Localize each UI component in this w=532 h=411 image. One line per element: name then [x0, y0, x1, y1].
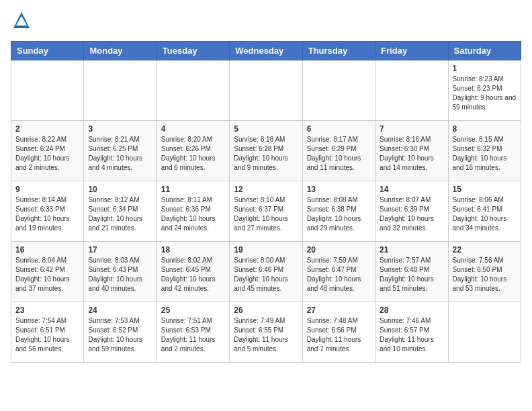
day-info: Sunrise: 8:22 AMSunset: 6:24 PMDaylight:…	[15, 136, 70, 171]
logo-icon	[12, 11, 31, 30]
day-info: Sunrise: 8:08 AMSunset: 6:38 PMDaylight:…	[307, 196, 361, 232]
day-info: Sunrise: 7:51 AMSunset: 6:53 PMDaylight:…	[161, 317, 216, 353]
day-cell-25: 25 Sunrise: 7:51 AMSunset: 6:53 PMDaylig…	[157, 302, 229, 363]
day-cell-13: 13 Sunrise: 8:08 AMSunset: 6:38 PMDaylig…	[302, 181, 375, 242]
day-cell-20: 20 Sunrise: 7:59 AMSunset: 6:47 PMDaylig…	[302, 242, 375, 302]
weekday-header-sunday: Sunday	[11, 42, 84, 60]
day-info: Sunrise: 7:56 AMSunset: 6:50 PMDaylight:…	[453, 257, 507, 292]
day-number: 9	[15, 185, 79, 194]
weekday-header-friday: Friday	[375, 42, 448, 60]
day-info: Sunrise: 8:21 AMSunset: 6:25 PMDaylight:…	[88, 136, 142, 171]
day-info: Sunrise: 7:59 AMSunset: 6:47 PMDaylight:…	[307, 257, 361, 292]
day-number: 14	[380, 185, 443, 194]
day-number: 16	[15, 245, 79, 255]
day-cell-19: 19 Sunrise: 8:00 AMSunset: 6:46 PMDaylig…	[230, 242, 302, 302]
empty-cell	[84, 60, 157, 121]
day-cell-17: 17 Sunrise: 8:03 AMSunset: 6:43 PMDaylig…	[84, 242, 157, 302]
day-cell-15: 15 Sunrise: 8:06 AMSunset: 6:41 PMDaylig…	[448, 181, 521, 242]
day-cell-2: 2 Sunrise: 8:22 AMSunset: 6:24 PMDayligh…	[11, 121, 84, 181]
weekday-header-thursday: Thursday	[302, 42, 375, 60]
day-cell-7: 7 Sunrise: 8:16 AMSunset: 6:30 PMDayligh…	[375, 121, 448, 181]
day-cell-21: 21 Sunrise: 7:57 AMSunset: 6:48 PMDaylig…	[375, 242, 448, 302]
day-info: Sunrise: 7:57 AMSunset: 6:48 PMDaylight:…	[380, 257, 434, 292]
day-cell-4: 4 Sunrise: 8:20 AMSunset: 6:26 PMDayligh…	[157, 121, 229, 181]
day-number: 4	[161, 124, 225, 134]
day-number: 18	[161, 245, 225, 255]
day-cell-22: 22 Sunrise: 7:56 AMSunset: 6:50 PMDaylig…	[448, 242, 521, 302]
day-number: 22	[453, 245, 517, 255]
day-cell-8: 8 Sunrise: 8:15 AMSunset: 6:32 PMDayligh…	[448, 121, 521, 181]
day-info: Sunrise: 8:11 AMSunset: 6:36 PMDaylight:…	[161, 196, 216, 232]
day-info: Sunrise: 8:14 AMSunset: 6:33 PMDaylight:…	[15, 196, 70, 232]
weekday-header-wednesday: Wednesday	[230, 42, 302, 60]
day-info: Sunrise: 8:10 AMSunset: 6:37 PMDaylight:…	[234, 196, 288, 232]
day-info: Sunrise: 7:46 AMSunset: 6:57 PMDaylight:…	[380, 317, 434, 353]
day-number: 2	[15, 124, 79, 134]
day-cell-18: 18 Sunrise: 8:02 AMSunset: 6:45 PMDaylig…	[157, 242, 229, 302]
day-cell-26: 26 Sunrise: 7:49 AMSunset: 6:55 PMDaylig…	[230, 302, 302, 363]
day-info: Sunrise: 7:53 AMSunset: 6:52 PMDaylight:…	[88, 317, 142, 353]
empty-cell	[11, 60, 84, 121]
day-info: Sunrise: 8:02 AMSunset: 6:45 PMDaylight:…	[161, 257, 216, 292]
day-cell-16: 16 Sunrise: 8:04 AMSunset: 6:42 PMDaylig…	[11, 242, 84, 302]
day-number: 1	[453, 64, 517, 73]
page-header	[11, 11, 521, 33]
day-info: Sunrise: 8:12 AMSunset: 6:34 PMDaylight:…	[88, 196, 142, 232]
day-number: 28	[380, 306, 443, 315]
day-info: Sunrise: 8:15 AMSunset: 6:32 PMDaylight:…	[453, 136, 507, 171]
day-info: Sunrise: 8:07 AMSunset: 6:39 PMDaylight:…	[380, 196, 434, 232]
day-number: 11	[161, 185, 225, 194]
day-number: 7	[380, 124, 443, 134]
day-cell-23: 23 Sunrise: 7:54 AMSunset: 6:51 PMDaylig…	[11, 302, 84, 363]
day-cell-27: 27 Sunrise: 7:48 AMSunset: 6:56 PMDaylig…	[302, 302, 375, 363]
weekday-header-monday: Monday	[84, 42, 157, 60]
day-info: Sunrise: 8:04 AMSunset: 6:42 PMDaylight:…	[15, 257, 70, 292]
day-cell-5: 5 Sunrise: 8:18 AMSunset: 6:28 PMDayligh…	[230, 121, 302, 181]
weekday-header-tuesday: Tuesday	[157, 42, 229, 60]
logo	[11, 11, 31, 33]
day-number: 5	[234, 124, 298, 134]
day-number: 17	[88, 245, 152, 255]
day-info: Sunrise: 8:20 AMSunset: 6:26 PMDaylight:…	[161, 136, 216, 171]
calendar-table: SundayMondayTuesdayWednesdayThursdayFrid…	[11, 41, 521, 363]
day-cell-10: 10 Sunrise: 8:12 AMSunset: 6:34 PMDaylig…	[84, 181, 157, 242]
day-number: 27	[307, 306, 371, 315]
day-info: Sunrise: 7:49 AMSunset: 6:55 PMDaylight:…	[234, 317, 288, 353]
day-cell-9: 9 Sunrise: 8:14 AMSunset: 6:33 PMDayligh…	[11, 181, 84, 242]
day-info: Sunrise: 8:06 AMSunset: 6:41 PMDaylight:…	[453, 196, 507, 232]
day-info: Sunrise: 8:18 AMSunset: 6:28 PMDaylight:…	[234, 136, 288, 171]
day-number: 20	[307, 245, 371, 255]
day-info: Sunrise: 7:48 AMSunset: 6:56 PMDaylight:…	[307, 317, 361, 353]
empty-cell	[157, 60, 229, 121]
day-cell-24: 24 Sunrise: 7:53 AMSunset: 6:52 PMDaylig…	[84, 302, 157, 363]
day-info: Sunrise: 8:23 AMSunset: 6:23 PMDaylight:…	[453, 75, 517, 111]
day-number: 26	[234, 306, 298, 315]
day-cell-1: 1 Sunrise: 8:23 AMSunset: 6:23 PMDayligh…	[448, 60, 521, 121]
day-info: Sunrise: 8:17 AMSunset: 6:29 PMDaylight:…	[307, 136, 361, 171]
day-cell-28: 28 Sunrise: 7:46 AMSunset: 6:57 PMDaylig…	[375, 302, 448, 363]
empty-cell	[375, 60, 448, 121]
day-number: 15	[453, 185, 517, 194]
empty-cell	[448, 302, 521, 363]
day-cell-12: 12 Sunrise: 8:10 AMSunset: 6:37 PMDaylig…	[230, 181, 302, 242]
day-number: 8	[453, 124, 517, 134]
day-info: Sunrise: 8:16 AMSunset: 6:30 PMDaylight:…	[380, 136, 434, 171]
day-number: 21	[380, 245, 443, 255]
empty-cell	[302, 60, 375, 121]
day-info: Sunrise: 7:54 AMSunset: 6:51 PMDaylight:…	[15, 317, 70, 353]
empty-cell	[230, 60, 302, 121]
weekday-header-saturday: Saturday	[448, 42, 521, 60]
day-number: 13	[307, 185, 371, 194]
day-number: 19	[234, 245, 298, 255]
day-cell-3: 3 Sunrise: 8:21 AMSunset: 6:25 PMDayligh…	[84, 121, 157, 181]
day-number: 10	[88, 185, 152, 194]
day-info: Sunrise: 8:00 AMSunset: 6:46 PMDaylight:…	[234, 257, 288, 292]
day-number: 3	[88, 124, 152, 134]
day-cell-6: 6 Sunrise: 8:17 AMSunset: 6:29 PMDayligh…	[302, 121, 375, 181]
day-number: 12	[234, 185, 298, 194]
day-number: 24	[88, 306, 152, 315]
day-number: 25	[161, 306, 225, 315]
day-cell-14: 14 Sunrise: 8:07 AMSunset: 6:39 PMDaylig…	[375, 181, 448, 242]
day-info: Sunrise: 8:03 AMSunset: 6:43 PMDaylight:…	[88, 257, 142, 292]
day-cell-11: 11 Sunrise: 8:11 AMSunset: 6:36 PMDaylig…	[157, 181, 229, 242]
